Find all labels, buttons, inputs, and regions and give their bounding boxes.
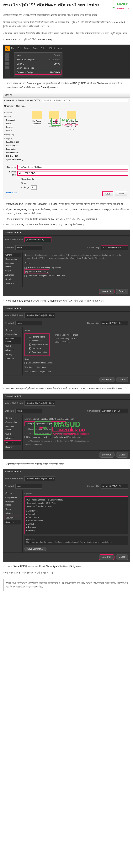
filename-input[interactable]: Type Your Desire File Name — [17, 165, 128, 169]
reg-marks-check[interactable]: Registration Marks — [32, 343, 48, 346]
menu-view[interactable]: View — [58, 46, 62, 50]
cancel-button[interactable]: Cancel — [116, 554, 128, 560]
tab-advanced[interactable]: Advanced — [4, 436, 21, 440]
tab-compression[interactable]: Compression — [4, 495, 21, 500]
tab-compression[interactable]: Compression — [4, 257, 21, 261]
menu-open[interactable]: Open...Ctrl+O — [15, 62, 61, 66]
save-pdf-button[interactable]: Save PDF — [99, 289, 115, 294]
view-after-save-check[interactable]: View PDF after Saving — [29, 270, 48, 273]
standard-select[interactable]: None — [15, 409, 42, 413]
all-radio[interactable]: All — [24, 182, 27, 185]
sidebar-drive-e[interactable]: Informatic... — [4, 148, 27, 151]
doc-bleed-check[interactable]: Use Document Bleed Settings — [28, 361, 53, 364]
tab-security[interactable]: Security — [4, 516, 21, 520]
cancel-button[interactable]: Cancel — [116, 452, 128, 458]
menu-new-template[interactable]: New from Template...Shift+Ctrl+N — [15, 58, 61, 62]
preset-select[interactable]: [Smallest File Size] (Modified) — [25, 313, 55, 318]
menu-file[interactable]: File — [11, 46, 15, 50]
save-summary-button[interactable]: Save Summary... — [25, 547, 46, 551]
tab-summary[interactable]: Summary — [4, 357, 21, 361]
save-pdf-button[interactable]: Save PDF — [99, 554, 115, 560]
tab-output[interactable]: Output — [4, 432, 21, 436]
filename-label: File name: — [5, 166, 16, 169]
tab-marks[interactable]: Marks and Bleeds — [4, 261, 21, 269]
tab-marks[interactable]: Marks and Bleeds — [4, 337, 21, 344]
sidebar-drive-i[interactable]: System Reserved (I:) — [4, 158, 27, 161]
preset-select[interactable]: [Smallest File Size] (Modified) — [25, 401, 55, 406]
tab-security[interactable]: Security — [4, 352, 21, 357]
cancel-button[interactable]: Cancel — [116, 289, 128, 294]
standard-select[interactable]: None — [15, 245, 42, 250]
tab-security[interactable]: Security — [4, 440, 21, 445]
sidebar-videos[interactable]: Videos — [4, 129, 27, 132]
menu-browse-bridge[interactable]: Browse in Bridge...Alt+Ctrl+O — [15, 70, 61, 75]
cancel-button[interactable]: Cancel — [115, 191, 127, 196]
use-artboards-check[interactable]: Use Artboards — [21, 178, 34, 181]
tab-compression[interactable]: Compression — [4, 420, 21, 425]
sidebar-pictures[interactable]: Pictures — [4, 125, 27, 129]
site-logo: MASUD COMPUTER BD — [110, 2, 130, 10]
compat-select[interactable]: Acrobat 6 (PDF 1.5) — [101, 321, 128, 326]
intro-para-1: এডোবি ইলাস্ট্রেটর সিসি এর আর্টওয়ার্ক বা… — [0, 11, 133, 19]
sidebar-drive-g[interactable]: CD Drive (G:) — [4, 154, 27, 158]
all-marks-check[interactable]: All Printer's Marks — [29, 335, 45, 339]
tab-output[interactable]: Output — [4, 344, 21, 348]
tab-output[interactable]: Output — [4, 269, 21, 273]
standard-label: Standard: — [5, 246, 14, 249]
menu-recent[interactable]: Open Recent Files▸ — [15, 66, 61, 70]
preset-select[interactable]: [Smallest File Size] — [25, 237, 51, 242]
compat-select[interactable]: Acrobat 6 (PDF 1.5) — [101, 245, 128, 250]
save-button[interactable]: Save — [102, 191, 113, 196]
folder-1[interactable]: File Format Extentions — [30, 111, 44, 131]
standard-select[interactable]: None — [15, 321, 42, 326]
trim-marks-check[interactable]: Trim Marks — [32, 339, 42, 342]
tab-compression[interactable]: Compression — [4, 332, 21, 337]
acrobat-layers-check[interactable]: Create Acrobat Layers from Top-Level Lay… — [28, 274, 66, 277]
menu-new[interactable]: New...Ctrl+N — [15, 53, 61, 58]
tab-general[interactable]: General — [4, 328, 21, 332]
sidebar-drive-d[interactable]: Software (D:) — [4, 144, 27, 148]
compat-select[interactable]: Acrobat 6 (PDF 1.5) — [101, 484, 128, 489]
restrict-editing-check[interactable]: Use a password to restrict editing Secur… — [27, 436, 85, 438]
tab-marks[interactable]: Marks and Bleeds — [4, 500, 21, 507]
toolbar — [5, 52, 10, 77]
tab-advanced[interactable]: Advanced — [4, 273, 21, 277]
tab-output[interactable]: Output — [4, 507, 21, 511]
standard-select[interactable]: None — [15, 484, 42, 489]
breadcrumb[interactable]: « Informat... » Adobe Illustrator CC Tut… — [4, 99, 42, 102]
tab-general[interactable]: General — [4, 491, 21, 495]
menu-edit[interactable]: Edit — [17, 46, 21, 50]
tab-summary[interactable]: Summary — [4, 281, 21, 286]
search-input[interactable] — [42, 99, 129, 102]
cancel-button[interactable]: Cancel — [116, 377, 128, 382]
range-radio[interactable]: Range: — [24, 186, 30, 189]
preserve-editing-check[interactable]: Preserve Illustrator Editing Capabilitie… — [28, 266, 61, 269]
tab-security[interactable]: Security — [4, 277, 21, 281]
sidebar-documents[interactable]: Documents — [4, 119, 27, 122]
sidebar-drive-c[interactable]: Local Disk (C:) — [4, 141, 27, 144]
tab-marks[interactable]: Marks and Bleeds — [4, 425, 21, 432]
save-pdf-button[interactable]: Save PDF — [99, 452, 115, 458]
preset-select[interactable]: [Smallest File Size] (Modified) — [25, 476, 55, 481]
tab-summary[interactable]: Summary — [4, 520, 21, 525]
tab-general[interactable]: General — [4, 416, 21, 420]
new-folder-button[interactable]: New folder — [16, 104, 27, 108]
sidebar-music[interactable]: Music — [4, 122, 27, 125]
encryption-level: High (128-bit RC4) - Acrobat 5 and later — [40, 418, 74, 420]
menu-select[interactable]: Select — [41, 46, 46, 50]
organize-button[interactable]: Organize ▾ — [4, 104, 15, 108]
hide-folders-link[interactable]: Hide Folders — [6, 191, 17, 196]
menu-object[interactable]: Object — [24, 46, 30, 50]
tab-general[interactable]: General — [4, 253, 21, 257]
tab-summary[interactable]: Summary — [4, 445, 21, 449]
filetype-select[interactable]: Adobe PDF (*.PDF) — [17, 171, 128, 176]
menu-effect[interactable]: Effect — [49, 46, 55, 50]
page-info-check[interactable]: Page Information — [32, 351, 47, 354]
color-bars-check[interactable]: Color Bars — [32, 347, 41, 350]
menu-type[interactable]: Type — [33, 46, 38, 50]
compat-select[interactable]: Acrobat 6 (PDF 1.5) — [101, 409, 128, 413]
tab-advanced[interactable]: Advanced — [4, 511, 21, 516]
tab-advanced[interactable]: Advanced — [4, 348, 21, 352]
sidebar-drive-f[interactable]: Documents (F:) — [4, 151, 27, 154]
save-pdf-button[interactable]: Save PDF — [99, 377, 115, 382]
